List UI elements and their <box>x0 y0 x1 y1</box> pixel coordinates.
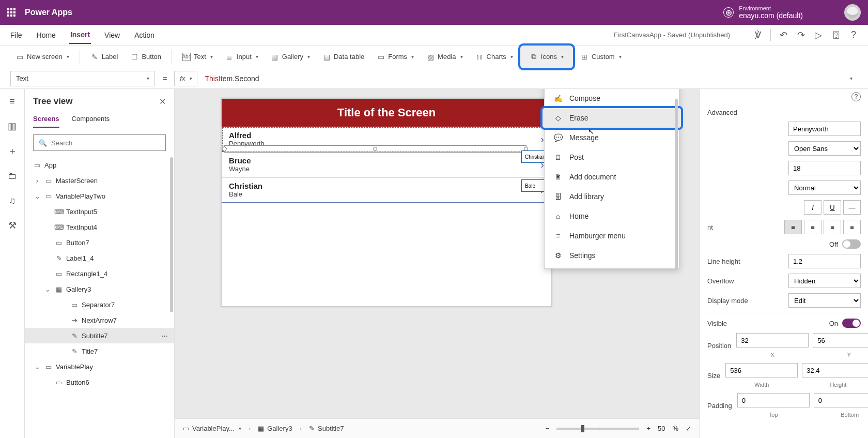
prop-pad-top[interactable] <box>737 393 810 407</box>
button-button[interactable]: ☐Button <box>125 50 166 64</box>
dd-add-document[interactable]: 🗎Add document <box>545 167 679 187</box>
prop-font-size[interactable] <box>788 161 861 175</box>
forms-menu[interactable]: ▭Forms▾ <box>371 50 419 64</box>
fx-button[interactable]: fx▾ <box>174 71 197 86</box>
data-table-button[interactable]: ▤Data table <box>317 50 369 64</box>
prop-size-h[interactable] <box>802 363 868 377</box>
wrap-toggle[interactable] <box>842 239 861 249</box>
dd-add-library[interactable]: 🗄Add library <box>545 187 679 206</box>
underline-button[interactable]: U <box>824 200 841 215</box>
share-icon[interactable]: ⍰ <box>831 30 841 40</box>
menu-action[interactable]: Action <box>133 27 156 43</box>
media-menu[interactable]: ▨Media▾ <box>421 50 468 64</box>
align-right-button[interactable]: ≡ <box>824 220 841 234</box>
gallery-row-1[interactable]: BruceWayne › <box>222 152 551 177</box>
tab-components[interactable]: Components <box>72 111 110 128</box>
zoom-plus-icon[interactable]: + <box>646 425 650 432</box>
prop-line-height[interactable] <box>788 254 861 268</box>
prop-overflow[interactable]: Hidden <box>788 274 861 288</box>
formula-input[interactable]: ThisItem.Second <box>205 74 842 83</box>
tree-item-variableplay[interactable]: ⌄▭VariablePlay <box>25 359 174 374</box>
menu-home[interactable]: Home <box>36 27 57 43</box>
formula-expand-icon[interactable]: ▾ <box>850 75 853 81</box>
app-checker-icon[interactable]: ℣ <box>753 30 763 40</box>
data-icon[interactable]: 🗀 <box>7 171 18 181</box>
waffle-icon[interactable] <box>7 8 16 17</box>
tree-item-title7[interactable]: ✎Title7 <box>25 343 174 359</box>
dd-compose[interactable]: ✍Compose <box>545 89 679 108</box>
advanced-tools-icon[interactable]: ⚒ <box>7 220 18 231</box>
app-preview[interactable]: Title of the Screen AlfredPennyworth › B… <box>221 98 552 307</box>
text-menu[interactable]: AbcText▾ <box>177 50 218 64</box>
dd-hamburger[interactable]: ≡Hamburger menu <box>545 226 679 246</box>
chevron-right-icon[interactable]: › <box>540 133 544 145</box>
tree-item-gallery3[interactable]: ⌄▦Gallery3 <box>25 281 174 297</box>
menu-view[interactable]: View <box>103 27 121 43</box>
align-justify-button[interactable]: ≡ <box>843 220 861 234</box>
play-icon[interactable]: ▷ <box>813 30 824 40</box>
undo-icon[interactable]: ↶ <box>778 30 788 40</box>
tree-item-button7[interactable]: ▭Button7 <box>25 235 174 250</box>
align-center-button[interactable]: ≡ <box>804 220 822 234</box>
tree-item-nextarrow7[interactable]: ➔NextArrow7 <box>25 312 174 328</box>
selection-handles[interactable] <box>224 145 526 153</box>
prop-pad-bottom[interactable] <box>814 393 868 407</box>
prop-display-mode[interactable]: Edit <box>788 293 861 308</box>
dd-settings[interactable]: ⚙Settings <box>545 246 679 265</box>
tree-item-textinput5[interactable]: ⌨TextInput5 <box>25 204 174 219</box>
props-tab-advanced[interactable]: Advanced <box>707 109 861 116</box>
hamburger-icon[interactable]: ≡ <box>7 96 18 107</box>
environment-selector[interactable]: ⊕ Environment enayu.com (default) <box>723 5 803 20</box>
breadcrumb-screen[interactable]: ▭VariablePlay...▾ <box>183 425 241 432</box>
menu-insert[interactable]: Insert <box>69 26 91 44</box>
tree-item-app[interactable]: ▭App <box>25 157 174 173</box>
media-rail-icon[interactable]: ♫ <box>7 195 18 206</box>
menu-file[interactable]: File <box>9 27 23 43</box>
tree-item-textinput4[interactable]: ⌨TextInput4 <box>25 219 174 235</box>
search-input[interactable] <box>51 139 160 147</box>
tab-screens[interactable]: Screens <box>33 111 59 128</box>
tree-item-masterscreen[interactable]: ›▭MasterScreen <box>25 173 174 188</box>
strike-button[interactable]: — <box>843 200 861 215</box>
charts-menu[interactable]: ⫾⫾Charts▾ <box>470 50 518 64</box>
tree-item-separator7[interactable]: ▭Separator7 <box>25 297 174 312</box>
tree-item-subtitle7[interactable]: ✎Subtitle7⋯ <box>25 328 174 343</box>
prop-pos-x[interactable] <box>736 333 809 348</box>
dd-home[interactable]: ⌂Home <box>545 206 679 226</box>
help-icon[interactable]: ? <box>848 30 859 40</box>
zoom-slider[interactable] <box>556 428 639 430</box>
more-icon[interactable]: ⋯ <box>161 332 169 340</box>
gallery-menu[interactable]: ▦Gallery▾ <box>266 50 315 64</box>
prop-font[interactable]: Open Sans <box>788 141 861 156</box>
gallery-row-2[interactable]: ChristianBale › <box>222 177 551 203</box>
input-menu[interactable]: ≣Input▾ <box>220 50 264 64</box>
user-avatar[interactable] <box>844 4 861 21</box>
dd-message[interactable]: 💬Message <box>545 128 679 147</box>
visible-toggle[interactable] <box>842 319 861 328</box>
icons-menu[interactable]: ⧉Icons▾ <box>520 46 573 68</box>
prop-text[interactable] <box>788 122 861 136</box>
dd-erase[interactable]: ◇Erase <box>542 108 681 128</box>
canvas[interactable]: Title of the Screen AlfredPennyworth › B… <box>175 89 700 438</box>
redo-icon[interactable]: ↷ <box>796 30 806 40</box>
dd-post[interactable]: 🗎Post <box>545 147 679 167</box>
breadcrumb-subtitle[interactable]: ✎Subtitle7 <box>309 425 344 432</box>
prop-pos-y[interactable] <box>813 333 868 348</box>
insert-icon[interactable]: ＋ <box>7 146 18 156</box>
property-selector[interactable]: Text▾ <box>10 71 155 86</box>
tree-item-label1-4[interactable]: ✎Label1_4 <box>25 250 174 266</box>
tree-search[interactable]: 🔍 <box>33 134 166 151</box>
close-icon[interactable]: ✕ <box>159 97 166 107</box>
fit-screen-icon[interactable]: ⤢ <box>686 425 691 432</box>
tree-item-variableplaytwo[interactable]: ⌄▭VariablePlayTwo <box>25 188 174 204</box>
tree-view-icon[interactable]: ▥ <box>7 121 18 131</box>
custom-menu[interactable]: ⊞Custom▾ <box>575 50 627 64</box>
help-icon[interactable]: ? <box>851 92 861 101</box>
tree-item-button6[interactable]: ▭Button6 <box>25 374 174 390</box>
prop-font-weight[interactable]: Normal <box>788 180 861 195</box>
label-button[interactable]: ✎Label <box>85 50 123 64</box>
tree-item-rectangle1-4[interactable]: ▭Rectangle1_4 <box>25 266 174 281</box>
tree-scrollbar[interactable] <box>170 157 173 312</box>
italic-button[interactable]: I <box>804 200 822 215</box>
gallery-row-0[interactable]: AlfredPennyworth › <box>222 127 551 152</box>
